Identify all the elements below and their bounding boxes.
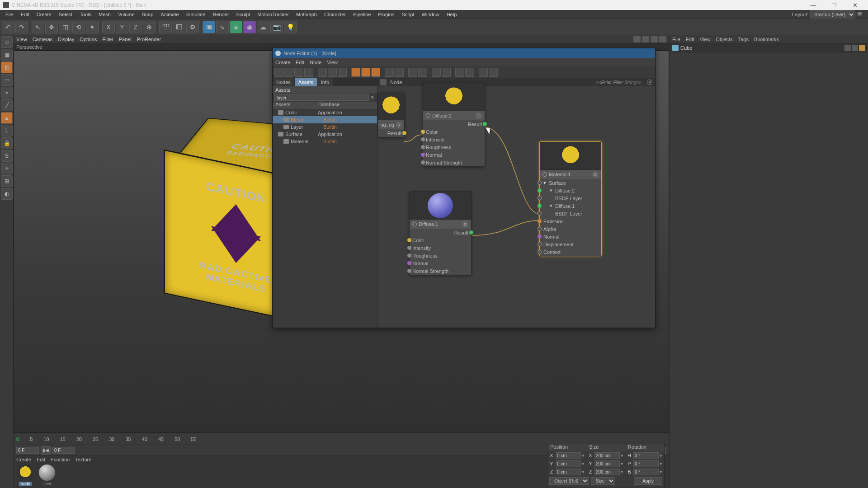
om-menu-bookmarks[interactable]: Bookmarks	[754, 37, 779, 42]
make-editable-button[interactable]: ◇	[1, 36, 13, 48]
menu-snap[interactable]: Snap	[138, 10, 157, 19]
vp-nav-icon[interactable]	[659, 36, 666, 42]
input-port[interactable]	[421, 145, 425, 149]
rot-b-input[interactable]	[633, 469, 659, 475]
menu-script[interactable]: Script	[398, 10, 418, 19]
ne-menu-create[interactable]: Create	[275, 60, 290, 65]
asset-row-blend[interactable]: BlendBuiltin	[273, 116, 377, 123]
select-tool[interactable]: ↖	[32, 21, 44, 33]
node-image-partial[interactable]: sg..pgS Result	[377, 92, 405, 137]
ne-tool-button[interactable]	[465, 68, 474, 77]
vp-menu-display[interactable]: Display	[58, 37, 74, 42]
vp-nav-icon[interactable]	[642, 36, 649, 42]
input-port[interactable]	[407, 269, 411, 273]
input-port[interactable]	[538, 235, 542, 239]
vp-menu-panel[interactable]: Panel	[119, 37, 132, 42]
vp-menu-prorender[interactable]: ProRender	[137, 37, 161, 42]
deformer-button[interactable]: ◉	[243, 21, 256, 33]
input-port[interactable]	[421, 137, 425, 141]
render-settings-button[interactable]: ⚙	[186, 21, 199, 33]
input-port[interactable]	[538, 181, 542, 185]
asset-search-input[interactable]	[274, 94, 369, 101]
menu-pipeline[interactable]: Pipeline	[349, 10, 374, 19]
close-icon[interactable]: ✕	[647, 80, 652, 85]
input-port[interactable]	[538, 196, 542, 200]
vp-menu-view[interactable]: View	[16, 37, 27, 42]
tab-nodes[interactable]: Nodes	[273, 78, 295, 86]
spline-button[interactable]: ∿	[216, 21, 229, 33]
rot-p-input[interactable]	[633, 460, 659, 467]
polygon-mode-button[interactable]: ▲	[1, 112, 13, 124]
ne-menu-edit[interactable]: Edit	[296, 60, 304, 65]
input-port[interactable]	[538, 219, 542, 223]
spinner-icon[interactable]: ▾	[582, 461, 586, 467]
menu-window[interactable]: Window	[418, 10, 443, 19]
spinner-icon[interactable]: ▾	[660, 469, 664, 475]
cube-primitive-button[interactable]: ▣	[203, 21, 215, 33]
pos-x-input[interactable]	[556, 452, 581, 459]
generator-button[interactable]: ◈	[230, 21, 242, 33]
breadcrumb[interactable]: Node	[390, 80, 402, 85]
ne-tool-button[interactable]	[418, 68, 427, 77]
vp-menu-cameras[interactable]: Cameras	[33, 37, 53, 42]
asset-row-color[interactable]: ColorApplication	[273, 109, 377, 116]
rotate-tool[interactable]: ⟲	[72, 21, 85, 33]
om-menu-tags[interactable]: Tags	[738, 37, 749, 42]
menu-volume[interactable]: Volume	[114, 10, 138, 19]
om-menu-objects[interactable]: Objects	[716, 37, 732, 42]
vp-menu-filter[interactable]: Filter	[102, 37, 113, 42]
timeline-ruler[interactable]: 0 5 10 15 20 25 30 35 40 45 50 55	[14, 433, 669, 445]
spinner-icon[interactable]: ▾	[660, 453, 664, 459]
input-port[interactable]	[538, 204, 542, 208]
tweak-button[interactable]: ✧	[1, 163, 13, 174]
soft-select-button[interactable]: S	[1, 150, 13, 162]
environment-button[interactable]: ☁	[257, 21, 269, 33]
clear-search-icon[interactable]: ✕	[369, 94, 375, 101]
input-port[interactable]	[407, 261, 411, 265]
ne-tool-button[interactable]	[284, 68, 293, 77]
axis-lock-button[interactable]: 🔒	[1, 137, 13, 149]
ne-tool-button[interactable]	[442, 68, 451, 77]
menu-mesh[interactable]: Mesh	[95, 10, 114, 19]
node-graph[interactable]: Node <<Enter Filter String>> ✕ sg..pgS R…	[377, 78, 655, 328]
axis-y-button[interactable]: Y	[116, 21, 128, 33]
ne-menu-node[interactable]: Node	[310, 60, 321, 65]
input-port[interactable]	[407, 246, 411, 250]
om-menu-view[interactable]: View	[700, 37, 711, 42]
ne-play-button[interactable]	[385, 68, 394, 77]
input-port[interactable]	[538, 188, 542, 192]
texture-mode-button[interactable]: ▨	[1, 61, 13, 73]
light-button[interactable]: 💡	[284, 21, 297, 33]
pos-z-input[interactable]	[556, 469, 581, 475]
pos-y-input[interactable]	[556, 460, 581, 467]
ne-play-button[interactable]	[395, 68, 404, 77]
ne-tool-button[interactable]	[318, 68, 327, 77]
mat-menu-create[interactable]: Create	[16, 457, 31, 462]
snap-button[interactable]: ⊞	[1, 175, 13, 187]
mat-menu-texture[interactable]: Texture	[75, 457, 91, 462]
ne-tool-button[interactable]	[489, 68, 498, 77]
node-diffuse-1[interactable]: Diffuse.1S Result Color Intensity Roughn…	[409, 191, 472, 275]
render-button[interactable]: 🎬	[159, 21, 172, 33]
apply-button[interactable]: Apply	[634, 477, 662, 485]
filter-hint[interactable]: <<Enter Filter String>>	[596, 80, 642, 85]
vp-menu-options[interactable]: Options	[80, 37, 97, 42]
close-button[interactable]: ✕	[844, 0, 865, 10]
layout-select[interactable]: Startup (User)	[810, 10, 855, 19]
maximize-button[interactable]: ☐	[824, 0, 844, 10]
input-port[interactable]	[538, 242, 542, 246]
axis-x-button[interactable]: X	[102, 21, 115, 33]
input-port[interactable]	[421, 153, 425, 157]
menu-simulate[interactable]: Simulate	[183, 10, 209, 19]
input-port[interactable]	[407, 253, 411, 258]
visibility-tag-icon[interactable]	[844, 45, 851, 51]
output-port[interactable]	[402, 131, 406, 135]
axis-button[interactable]: L	[1, 125, 13, 136]
spinner-icon[interactable]: ▾	[660, 461, 664, 467]
output-port[interactable]	[476, 113, 482, 119]
edge-mode-button[interactable]: ╱	[1, 99, 13, 111]
menu-edit[interactable]: Edit	[17, 10, 33, 19]
menu-motiontracker[interactable]: MotionTracker	[254, 10, 292, 19]
asset-row-material[interactable]: MaterialBuiltin	[273, 138, 377, 145]
menu-character[interactable]: Character	[321, 10, 349, 19]
